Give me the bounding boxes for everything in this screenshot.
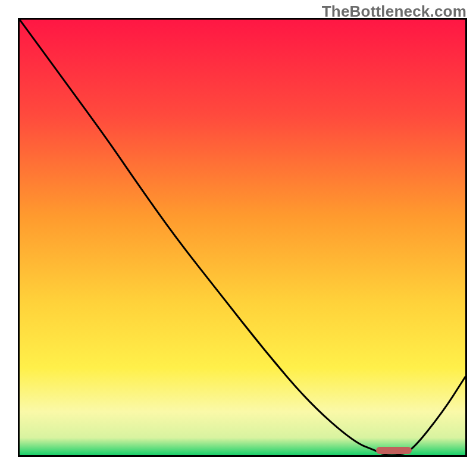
optimal-zone-marker bbox=[376, 447, 412, 454]
bottleneck-chart-svg bbox=[20, 20, 465, 455]
gradient-background bbox=[20, 20, 465, 455]
plot-frame bbox=[18, 18, 467, 457]
chart-stage: TheBottleneck.com bbox=[0, 0, 476, 476]
